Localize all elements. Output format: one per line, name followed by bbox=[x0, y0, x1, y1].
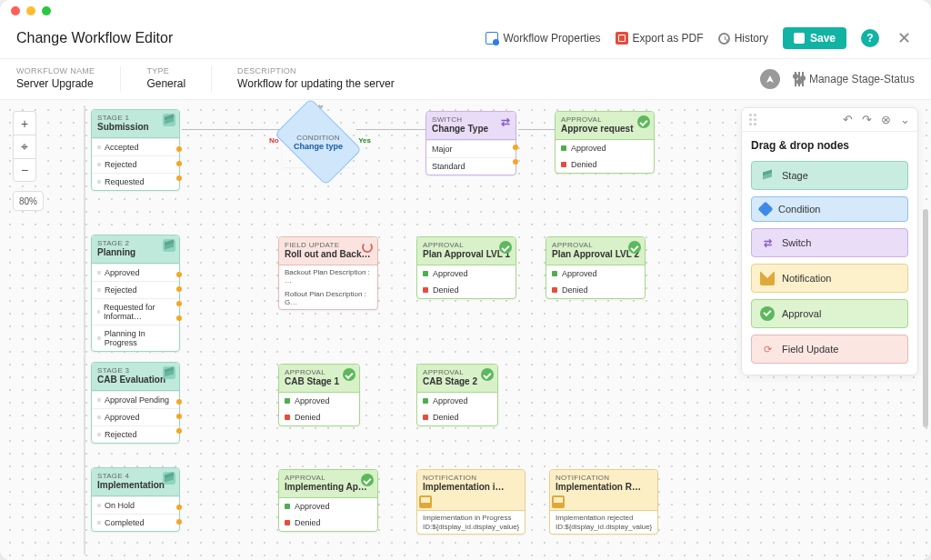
compass-icon[interactable] bbox=[760, 69, 780, 89]
stage-status-row[interactable]: On Hold bbox=[92, 496, 179, 514]
approval-row[interactable]: Approved bbox=[546, 265, 645, 282]
node-switch-change-type[interactable]: SWITCH Change Type ⇄ Major Standard bbox=[425, 111, 516, 175]
history-icon bbox=[718, 33, 730, 45]
export-pdf-button[interactable]: Export as PDF bbox=[616, 32, 704, 45]
palette-stage[interactable]: Stage bbox=[751, 161, 908, 190]
zoom-locate-button[interactable]: ⌖ bbox=[13, 135, 36, 158]
node-port[interactable] bbox=[176, 301, 182, 306]
stage-status-row[interactable]: Requested for Informat… bbox=[92, 298, 179, 325]
node-notification-impl-progress[interactable]: NOTIFICATION Implementation i… Implement… bbox=[416, 469, 526, 535]
drag-grip-icon[interactable] bbox=[749, 114, 756, 125]
approval-row[interactable]: Denied bbox=[417, 409, 497, 425]
stage-status-row[interactable]: Approved bbox=[92, 408, 179, 425]
node-port[interactable] bbox=[176, 286, 182, 292]
node-stage-implementation[interactable]: STAGE 4 Implementation On Hold Completed bbox=[91, 467, 180, 532]
approval-row[interactable]: Denied bbox=[556, 156, 654, 173]
approval-row[interactable]: Approved bbox=[279, 498, 377, 515]
approval-row[interactable]: Approved bbox=[417, 393, 497, 409]
stage-status-row[interactable]: Completed bbox=[92, 514, 179, 531]
node-port[interactable] bbox=[176, 175, 182, 181]
node-palette-panel: ↶ ↷ ⊗ ⌄ Drag & drop nodes Stage Conditio… bbox=[741, 107, 918, 375]
approval-row[interactable]: Denied bbox=[546, 282, 645, 298]
workflow-type-field: TYPE General bbox=[146, 66, 185, 92]
zoom-out-button[interactable]: − bbox=[13, 158, 36, 182]
node-fieldupdate-rollout[interactable]: FIELD UPDATE Roll out and Back… Backout … bbox=[278, 236, 378, 310]
zoom-percentage[interactable]: 80% bbox=[13, 191, 44, 211]
separator bbox=[120, 66, 121, 92]
save-button[interactable]: Save bbox=[783, 27, 846, 49]
sync-icon bbox=[361, 241, 374, 254]
node-port[interactable] bbox=[176, 505, 182, 510]
node-port[interactable] bbox=[176, 399, 182, 405]
node-port[interactable] bbox=[176, 161, 182, 166]
swap-icon: ⇄ bbox=[760, 235, 775, 250]
redo-button[interactable]: ↷ bbox=[862, 113, 872, 126]
node-port[interactable] bbox=[176, 519, 182, 525]
check-icon bbox=[760, 306, 775, 321]
close-button[interactable]: ✕ bbox=[894, 28, 915, 48]
stage-icon bbox=[163, 366, 175, 379]
node-stage-planning[interactable]: STAGE 2 Planning Approved Rejected Reque… bbox=[91, 235, 180, 352]
stage-status-row[interactable]: Planning In Progress bbox=[92, 325, 179, 351]
workflow-desc-field: DESCRIPTION Workflow for updating the se… bbox=[237, 66, 395, 92]
approval-row[interactable]: Approved bbox=[279, 393, 359, 409]
check-icon bbox=[343, 368, 355, 381]
palette-title: Drag & drop nodes bbox=[742, 132, 917, 161]
stage-status-row[interactable]: Approved bbox=[92, 264, 179, 281]
history-button[interactable]: History bbox=[718, 32, 768, 45]
collapse-button[interactable]: ⌄ bbox=[900, 113, 910, 126]
node-approval-implementing[interactable]: APPROVAL Implementing Ap… Approved Denie… bbox=[278, 469, 378, 532]
node-approval-approve-request[interactable]: APPROVAL Approve request Approved Denied bbox=[555, 111, 655, 174]
node-port[interactable] bbox=[513, 159, 518, 165]
stage-status-row[interactable]: Rejected bbox=[92, 281, 179, 298]
save-icon bbox=[794, 33, 805, 44]
vertical-scrollbar[interactable] bbox=[923, 209, 928, 427]
approval-row[interactable]: Denied bbox=[279, 515, 377, 531]
palette-approval[interactable]: Approval bbox=[751, 299, 908, 328]
stage-status-row[interactable]: Rejected bbox=[92, 155, 179, 173]
node-condition-change-type[interactable]: CONDITION Change type No Yes bbox=[282, 116, 355, 167]
approval-row[interactable]: Denied bbox=[279, 409, 359, 425]
palette-switch[interactable]: ⇄Switch bbox=[751, 228, 908, 257]
help-button[interactable]: ? bbox=[861, 29, 879, 47]
switch-case-row[interactable]: Standard bbox=[426, 157, 516, 175]
undo-button[interactable]: ↶ bbox=[843, 113, 853, 126]
mail-icon bbox=[419, 495, 432, 508]
node-port[interactable] bbox=[176, 146, 182, 152]
approval-row[interactable]: Approved bbox=[417, 265, 516, 282]
approval-row[interactable]: Approved bbox=[556, 140, 654, 156]
window-min-dot[interactable] bbox=[26, 6, 35, 15]
export-pdf-label: Export as PDF bbox=[633, 32, 704, 45]
manage-stage-status-button[interactable]: Manage Stage-Status bbox=[795, 72, 915, 86]
window-titlebar bbox=[0, 0, 931, 22]
node-port[interactable] bbox=[513, 145, 518, 150]
switch-case-row[interactable]: Major bbox=[426, 140, 516, 157]
approval-row[interactable]: Denied bbox=[417, 282, 516, 298]
node-approval-plan-lvl1[interactable]: APPROVAL Plan Approval LVL 1 Approved De… bbox=[416, 236, 516, 299]
window-close-dot[interactable] bbox=[11, 6, 20, 15]
window-max-dot[interactable] bbox=[42, 6, 51, 15]
node-approval-cab-stage2[interactable]: APPROVAL CAB Stage 2 Approved Denied bbox=[416, 364, 498, 426]
clear-button[interactable]: ⊗ bbox=[881, 113, 891, 126]
workflow-properties-button[interactable]: Workflow Properties bbox=[486, 32, 600, 45]
palette-fieldupdate[interactable]: ⟳Field Update bbox=[751, 335, 908, 364]
palette-notification[interactable]: Notification bbox=[751, 264, 908, 293]
stage-status-row[interactable]: Requested bbox=[92, 173, 179, 190]
check-icon bbox=[499, 241, 512, 254]
canvas-guideline bbox=[84, 105, 85, 555]
mail-icon bbox=[760, 271, 775, 285]
node-port[interactable] bbox=[176, 315, 182, 321]
node-port[interactable] bbox=[176, 428, 182, 434]
stage-status-row[interactable]: Rejected bbox=[92, 425, 179, 443]
node-stage-submission[interactable]: STAGE 1 Submission Accepted Rejected Req… bbox=[91, 109, 180, 191]
node-port[interactable] bbox=[176, 414, 182, 419]
node-stage-cab-evaluation[interactable]: STAGE 3 CAB Evaluation Approval Pending … bbox=[91, 362, 180, 444]
node-approval-cab-stage1[interactable]: APPROVAL CAB Stage 1 Approved Denied bbox=[278, 364, 360, 426]
palette-condition[interactable]: Condition bbox=[751, 196, 908, 222]
node-port[interactable] bbox=[176, 272, 182, 277]
stage-status-row[interactable]: Approval Pending bbox=[92, 391, 179, 408]
node-approval-plan-lvl2[interactable]: APPROVAL Plan Approval LVL 2 Approved De… bbox=[546, 236, 646, 299]
zoom-in-button[interactable]: + bbox=[13, 111, 36, 135]
stage-status-row[interactable]: Accepted bbox=[92, 138, 179, 155]
node-notification-impl-rejected[interactable]: NOTIFICATION Implementation R… Implement… bbox=[549, 469, 658, 535]
